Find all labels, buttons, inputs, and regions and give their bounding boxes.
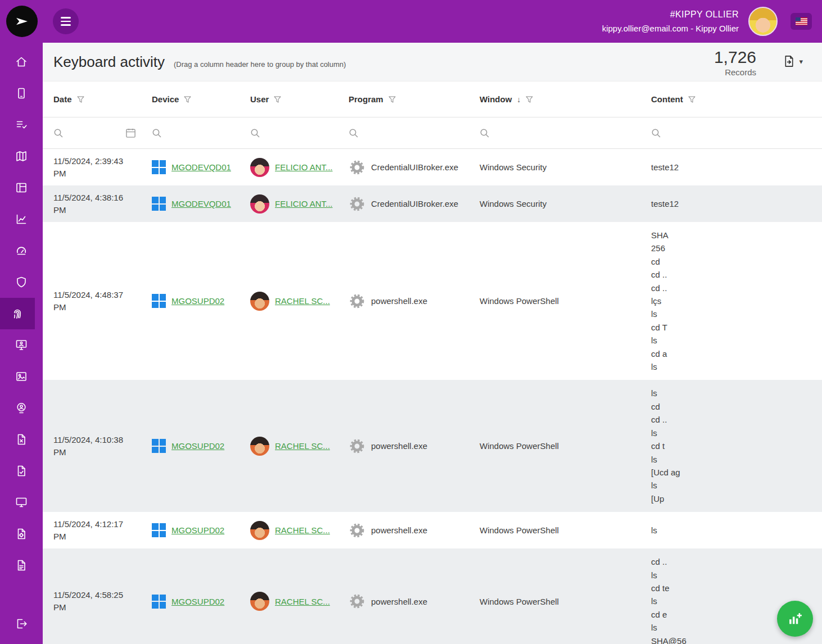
table-row[interactable]: 11/5/2024, 4:48:37 PM MGOSUPD02 RACHEL S… xyxy=(43,222,822,380)
table-row[interactable]: 11/5/2024, 4:58:25 PM MGOSUPD02 RACHEL S… xyxy=(43,548,822,644)
sidebar-item-file-settings[interactable] xyxy=(0,518,43,550)
sidebar-item-analytics[interactable] xyxy=(0,203,43,235)
sidebar-item-layout[interactable] xyxy=(0,172,43,203)
filter-cell-date xyxy=(53,128,152,138)
cell-date: 11/5/2024, 4:38:16 PM xyxy=(53,192,152,216)
cell-window: Windows Security xyxy=(480,162,651,172)
filter-icon[interactable] xyxy=(526,96,533,103)
column-header-window[interactable]: Window ↓ xyxy=(480,94,651,104)
sidebar-item-map[interactable] xyxy=(0,140,43,172)
app-logo xyxy=(6,6,38,37)
calendar-icon[interactable] xyxy=(125,128,136,138)
cell-date: 11/5/2024, 4:10:38 PM xyxy=(53,434,152,459)
sidebar-item-devices[interactable] xyxy=(0,78,43,109)
search-icon xyxy=(152,128,162,138)
sidebar-item-logout[interactable] xyxy=(0,608,43,640)
program-gear-icon xyxy=(349,522,365,539)
device-link[interactable]: MGOSUPD02 xyxy=(171,441,224,451)
user-avatar xyxy=(250,158,269,177)
sidebar-nav xyxy=(0,43,43,644)
page-header: Keyboard activity (Drag a column header … xyxy=(43,43,822,81)
sidebar-item-activity-log[interactable] xyxy=(0,109,43,140)
device-link[interactable]: MGODEVQD01 xyxy=(171,162,231,172)
windows-logo-icon xyxy=(152,160,166,174)
user-link[interactable]: RACHEL SC... xyxy=(275,597,330,606)
file-settings-icon xyxy=(15,527,28,541)
file-blocked-icon xyxy=(15,433,28,446)
top-bar: #KIPPY OLLIER kippy.ollier@email.com - K… xyxy=(0,0,822,43)
filter-icon[interactable] xyxy=(77,96,84,103)
table-row[interactable]: 11/5/2024, 4:38:16 PM MGODEVQD01 FELICIO… xyxy=(43,185,822,222)
column-header-device[interactable]: Device xyxy=(152,94,250,104)
sidebar-item-file-blocked[interactable] xyxy=(0,424,43,455)
us-flag-icon xyxy=(796,17,807,25)
cell-content: teste12 xyxy=(651,191,822,217)
search-window-input[interactable] xyxy=(495,128,635,138)
filter-icon[interactable] xyxy=(389,96,396,103)
filter-icon[interactable] xyxy=(184,96,191,103)
sidebar-item-remote-desktop[interactable] xyxy=(0,487,43,518)
column-header-program[interactable]: Program xyxy=(349,94,480,104)
program-name: powershell.exe xyxy=(371,441,427,451)
user-link[interactable]: FELICIO ANT... xyxy=(275,162,333,172)
export-button[interactable]: ▾ xyxy=(783,55,803,68)
sidebar-item-documents[interactable] xyxy=(0,550,43,581)
windows-logo-icon xyxy=(152,523,166,537)
table-row[interactable]: 11/5/2024, 4:10:38 PM MGOSUPD02 RACHEL S… xyxy=(43,380,822,512)
account-info: #KIPPY OLLIER kippy.ollier@email.com - K… xyxy=(602,10,739,33)
table-row[interactable]: 11/5/2024, 2:39:43 PM MGODEVQD01 FELICIO… xyxy=(43,149,822,185)
column-header-user[interactable]: User xyxy=(250,94,349,104)
table-filter-row xyxy=(43,117,822,149)
user-link[interactable]: FELICIO ANT... xyxy=(275,199,333,208)
sidebar-item-webcam[interactable] xyxy=(0,392,43,424)
menu-button[interactable] xyxy=(53,8,79,34)
search-icon xyxy=(480,128,490,138)
search-user-input[interactable] xyxy=(265,128,333,138)
program-gear-icon xyxy=(349,196,365,212)
cell-program: powershell.exe xyxy=(349,438,480,455)
cell-content: teste12 xyxy=(651,154,822,180)
column-label: Content xyxy=(651,94,683,104)
user-avatar[interactable] xyxy=(748,7,778,36)
column-label: User xyxy=(250,94,269,104)
search-content-input[interactable] xyxy=(666,128,806,138)
column-label: Date xyxy=(53,94,72,104)
sidebar-item-keystrokes[interactable] xyxy=(0,298,35,329)
filter-icon[interactable] xyxy=(274,96,281,103)
sidebar-item-dashboard[interactable] xyxy=(0,235,43,266)
cell-device: MGOSUPD02 xyxy=(152,523,250,537)
user-link[interactable]: RACHEL SC... xyxy=(275,296,330,306)
search-device-input[interactable] xyxy=(167,128,234,138)
column-header-content[interactable]: Content xyxy=(651,94,822,104)
windows-logo-icon xyxy=(152,439,166,453)
add-report-button[interactable] xyxy=(777,601,813,637)
device-link[interactable]: MGOSUPD02 xyxy=(171,525,224,535)
device-link[interactable]: MGODEVQD01 xyxy=(171,199,231,208)
cell-user: RACHEL SC... xyxy=(250,437,349,456)
sidebar-item-screen-monitoring[interactable] xyxy=(0,329,43,361)
cell-user: FELICIO ANT... xyxy=(250,158,349,177)
cell-program: CredentialUIBroker.exe xyxy=(349,159,480,176)
sidebar-item-screenshots[interactable] xyxy=(0,361,43,392)
cell-user: RACHEL SC... xyxy=(250,521,349,540)
user-link[interactable]: RACHEL SC... xyxy=(275,441,330,451)
device-link[interactable]: MGOSUPD02 xyxy=(171,296,224,306)
sidebar-item-file-approved[interactable] xyxy=(0,455,43,487)
language-button[interactable] xyxy=(791,13,812,30)
sidebar-item-home[interactable] xyxy=(0,46,43,78)
cell-date: 11/5/2024, 2:39:43 PM xyxy=(53,155,152,180)
device-link[interactable]: MGOSUPD02 xyxy=(171,597,224,606)
cell-user: RACHEL SC... xyxy=(250,292,349,311)
user-link[interactable]: RACHEL SC... xyxy=(275,525,330,535)
column-header-date[interactable]: Date xyxy=(53,94,152,104)
program-name: powershell.exe xyxy=(371,296,427,306)
program-name: CredentialUIBroker.exe xyxy=(371,162,458,172)
program-name: CredentialUIBroker.exe xyxy=(371,199,458,208)
search-date-input[interactable] xyxy=(69,128,120,138)
sidebar-item-security[interactable] xyxy=(0,266,43,298)
cell-device: MGOSUPD02 xyxy=(152,439,250,453)
search-program-input[interactable] xyxy=(364,128,464,138)
filter-icon[interactable] xyxy=(688,96,695,103)
user-avatar xyxy=(250,194,269,214)
table-row[interactable]: 11/5/2024, 4:12:17 PM MGOSUPD02 RACHEL S… xyxy=(43,512,822,548)
